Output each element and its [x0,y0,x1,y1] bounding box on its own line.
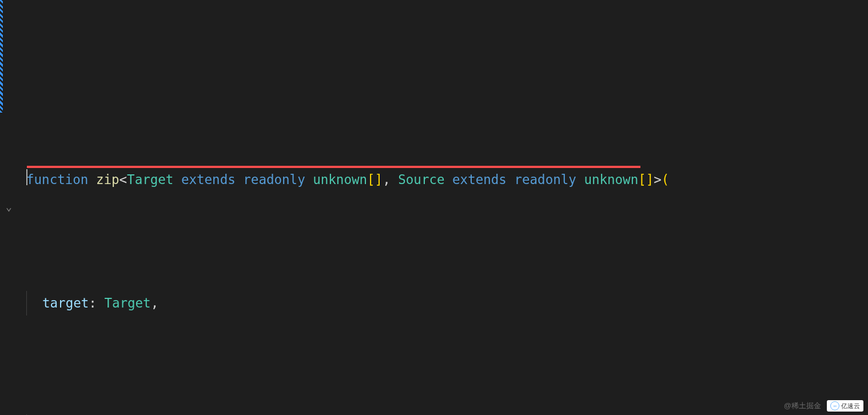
watermark-text: @稀土掘金 [784,401,821,411]
cloud-icon: ∞ [830,401,839,410]
watermark-badge: @稀土掘金 ∞ 亿速云 [784,400,863,412]
code-editor[interactable]: ⌄ function zip<Target extends readonly u… [0,0,868,415]
type-param: Source [398,172,444,187]
logo-text: 亿速云 [841,402,860,410]
text-cursor [26,169,27,185]
error-underline [27,166,640,168]
param: target [42,296,89,310]
keyword: function [26,172,88,187]
code-line: target: Target, [26,291,868,316]
logo-badge: ∞ 亿速云 [827,400,863,412]
fold-chevron-icon[interactable]: ⌄ [6,194,12,219]
gutter-modified-indicator [0,0,3,113]
type-param: Target [127,172,173,187]
function-name: zip [96,172,120,187]
code-line: function zip<Target extends readonly unk… [26,167,868,192]
